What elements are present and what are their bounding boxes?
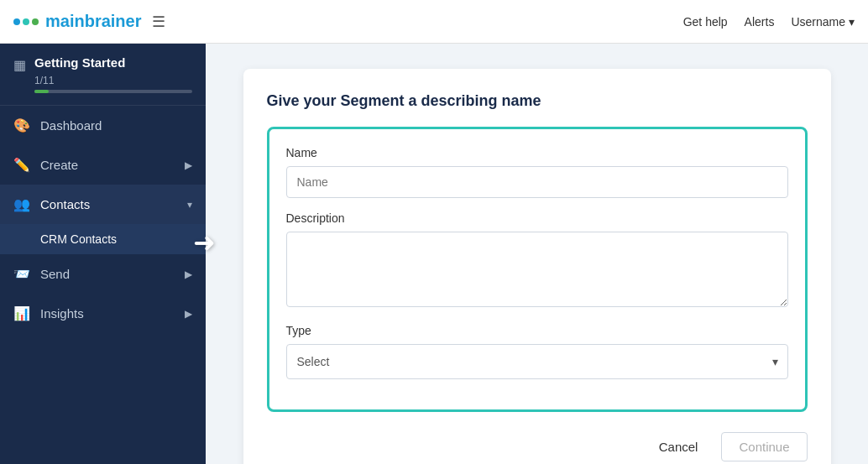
insights-arrow-icon: ▶ — [185, 308, 192, 320]
insights-icon: 📊 — [13, 305, 30, 321]
type-field-group: Type Select ▾ — [286, 324, 788, 379]
sidebar-subitem-crm-contacts[interactable]: CRM Contacts — [0, 224, 206, 254]
sidebar-item-label: Create — [40, 158, 175, 172]
description-field-group: Description — [286, 211, 788, 310]
hamburger-menu[interactable]: ☰ — [152, 13, 165, 31]
logo-dot-teal — [23, 18, 29, 25]
name-label: Name — [286, 146, 788, 159]
card-title: Give your Segment a describing name — [267, 92, 808, 110]
name-input[interactable] — [286, 166, 788, 198]
progress-text: 1/11 — [34, 75, 192, 86]
type-select[interactable]: Select — [286, 344, 788, 379]
sidebar-item-label: Dashboard — [40, 118, 192, 133]
nav-left: mainbrainer ☰ — [13, 12, 165, 31]
sidebar: ▦ Getting Started 1/11 🎨 Dashboard ✏️ Cr… — [0, 44, 206, 464]
sidebar-item-label: Contacts — [40, 197, 177, 211]
nav-right: Get help Alerts Username ▾ — [683, 15, 855, 29]
create-arrow-icon: ▶ — [185, 159, 192, 171]
getting-started-section[interactable]: ▦ Getting Started 1/11 — [0, 44, 206, 106]
cancel-button[interactable]: Cancel — [646, 433, 712, 461]
user-dropdown-icon: ▾ — [849, 15, 855, 29]
sidebar-item-label: Insights — [40, 306, 175, 321]
content-area: Give your Segment a describing name Name… — [206, 44, 868, 464]
sidebar-item-create[interactable]: ✏️ Create ▶ — [0, 145, 206, 185]
contacts-arrow-icon: ▾ — [187, 199, 192, 211]
type-select-wrapper: Select ▾ — [286, 344, 788, 379]
get-help-link[interactable]: Get help — [683, 15, 728, 29]
tutorial-arrow: ➜ — [193, 227, 216, 258]
getting-started-icon: ▦ — [13, 57, 26, 73]
continue-button[interactable]: Continue — [721, 432, 807, 461]
sidebar-item-send[interactable]: 📨 Send ▶ — [0, 254, 206, 294]
segment-form-panel: Name Description Type Select ▾ — [267, 127, 808, 412]
segment-card: Give your Segment a describing name Name… — [243, 69, 831, 464]
getting-started-content: Getting Started 1/11 — [34, 55, 192, 93]
description-label: Description — [286, 211, 788, 225]
sidebar-item-contacts[interactable]: 👥 Contacts ▾ — [0, 185, 206, 224]
logo-dot-blue — [13, 18, 20, 25]
progress-fill — [34, 90, 49, 93]
top-nav: mainbrainer ☰ Get help Alerts Username ▾ — [0, 0, 868, 44]
alerts-link[interactable]: Alerts — [745, 15, 775, 29]
sidebar-item-insights[interactable]: 📊 Insights ▶ — [0, 294, 206, 333]
card-footer: Cancel Continue — [267, 429, 808, 461]
dashboard-icon: 🎨 — [13, 117, 30, 133]
progress-bar — [34, 90, 192, 93]
create-icon: ✏️ — [13, 157, 30, 173]
getting-started-title: Getting Started — [34, 55, 192, 70]
send-arrow-icon: ▶ — [185, 268, 192, 280]
type-label: Type — [286, 324, 788, 337]
logo-dots — [13, 18, 39, 25]
username-label: Username — [791, 15, 845, 29]
logo[interactable]: mainbrainer — [13, 12, 142, 31]
main-layout: ▦ Getting Started 1/11 🎨 Dashboard ✏️ Cr… — [0, 44, 868, 464]
logo-text: mainbrainer — [45, 12, 142, 31]
send-icon: 📨 — [13, 266, 30, 282]
sidebar-item-dashboard[interactable]: 🎨 Dashboard — [0, 106, 206, 145]
user-menu[interactable]: Username ▾ — [791, 15, 855, 29]
name-field-group: Name — [286, 146, 788, 198]
contacts-icon: 👥 — [13, 196, 30, 212]
sidebar-item-label: Send — [40, 267, 175, 281]
logo-dot-green — [32, 18, 39, 25]
description-textarea[interactable] — [286, 232, 788, 307]
